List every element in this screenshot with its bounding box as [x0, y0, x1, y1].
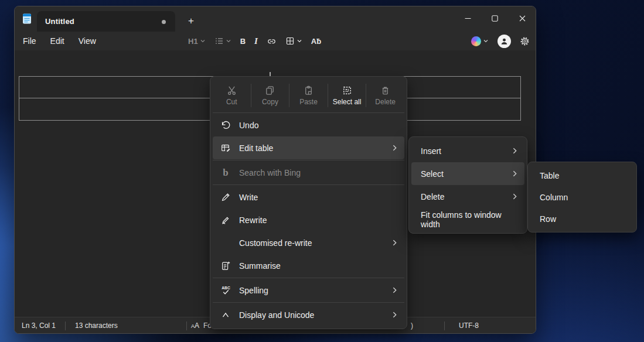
fountain-pen-icon	[220, 214, 231, 226]
context-menu-action-row: Cut Copy Paste	[213, 79, 404, 112]
submenu-chevron-icon	[391, 144, 398, 152]
chevron-down-icon	[483, 38, 489, 44]
chevron-down-icon	[226, 38, 231, 44]
submenu-item-column[interactable]: Column	[530, 186, 634, 208]
status-divider	[444, 322, 445, 330]
chevron-down-icon	[297, 38, 302, 44]
submenu-item-row[interactable]: Row	[530, 208, 634, 230]
paste-button[interactable]: Paste	[289, 85, 328, 106]
list-dropdown[interactable]	[214, 36, 231, 46]
table-dropdown[interactable]	[285, 36, 302, 46]
table-icon	[285, 36, 295, 46]
menu-edit[interactable]: Edit	[43, 33, 71, 49]
select-all-button[interactable]: Select all	[328, 85, 366, 106]
close-button[interactable]	[512, 10, 532, 26]
menu-view[interactable]: View	[71, 33, 103, 49]
submenu-chevron-icon	[391, 239, 398, 247]
undo-icon	[220, 119, 231, 131]
italic-button[interactable]: I	[254, 36, 258, 46]
link-button[interactable]	[267, 36, 277, 46]
submenu-item-select[interactable]: Select	[411, 162, 524, 185]
bold-button[interactable]: B	[240, 37, 246, 46]
text-size-icon[interactable]: AA	[191, 322, 199, 330]
gear-icon	[520, 36, 530, 46]
scissors-icon	[226, 85, 237, 96]
submenu-chevron-icon	[511, 170, 519, 177]
edit-table-icon	[220, 142, 231, 154]
submenu-chevron-icon	[511, 147, 519, 155]
new-tab-button[interactable]: +	[183, 14, 199, 28]
select-all-icon	[342, 85, 353, 96]
menu-item-undo[interactable]: Undo	[213, 114, 404, 136]
menu-separator	[213, 160, 404, 160]
context-menu: Cut Copy Paste	[210, 76, 407, 329]
cut-button[interactable]: Cut	[213, 85, 251, 106]
maximize-button[interactable]	[485, 10, 505, 26]
status-divider	[186, 322, 187, 330]
menu-item-rewrite[interactable]: Rewrite	[213, 208, 404, 231]
menu-file[interactable]: File	[16, 33, 43, 49]
menu-item-write[interactable]: Write	[213, 186, 404, 208]
submenu-chevron-icon	[511, 193, 519, 200]
account-button[interactable]	[498, 35, 511, 48]
spelling-icon: ABC	[220, 285, 231, 296]
character-count: 13 characters	[75, 322, 118, 330]
copy-button[interactable]: Copy	[251, 85, 289, 106]
delete-button[interactable]: Delete	[366, 85, 404, 106]
menu-bar: File Edit View H1	[15, 32, 536, 50]
notepad-app-icon	[21, 12, 33, 25]
link-icon	[267, 36, 277, 46]
settings-button[interactable]	[520, 36, 530, 46]
status-divider	[65, 322, 66, 330]
unsaved-indicator-dot: •	[162, 20, 166, 24]
document-sparkle-icon	[220, 260, 231, 272]
caret-up-icon	[220, 309, 231, 321]
paste-icon	[303, 85, 314, 96]
person-icon	[500, 37, 509, 46]
menu-item-edit-table[interactable]: Edit table	[213, 136, 404, 159]
format-toolbar: H1	[188, 32, 321, 50]
menu-item-search-with-bing[interactable]: b Search with Bing	[213, 161, 404, 184]
menu-separator	[213, 302, 404, 303]
cursor-position: Ln 3, Col 1	[22, 322, 56, 330]
line-ending-partial: )	[411, 322, 413, 330]
tab-untitled[interactable]: Untitled •	[37, 11, 175, 32]
clear-formatting-button[interactable]: Aƀ	[311, 37, 321, 46]
submenu-item-delete[interactable]: Delete	[411, 185, 524, 208]
trash-icon	[380, 85, 391, 96]
title-bar: Untitled • +	[15, 6, 536, 32]
menu-item-spelling[interactable]: ABC Spelling	[213, 279, 404, 302]
copy-icon	[264, 85, 275, 96]
chevron-down-icon	[200, 38, 206, 44]
menu-item-display-and-unicode[interactable]: Display and Unicode	[213, 303, 404, 326]
submenu-chevron-icon	[391, 286, 398, 294]
encoding[interactable]: UTF-8	[459, 322, 479, 330]
heading-style-dropdown[interactable]: H1	[188, 37, 206, 46]
menu-separator	[213, 184, 404, 185]
list-icon	[214, 36, 224, 46]
submenu-item-table[interactable]: Table	[530, 165, 634, 186]
menu-separator	[213, 112, 404, 113]
menu-item-summarise[interactable]: Summarise	[213, 254, 404, 277]
copilot-icon	[471, 36, 481, 46]
minimize-button[interactable]	[458, 10, 478, 26]
tab-title: Untitled	[45, 17, 74, 26]
desktop-wallpaper: Untitled • + File Edit View H1	[0, 0, 644, 342]
menu-separator	[213, 278, 404, 278]
toolbar-right	[471, 32, 530, 50]
svg-text:ABC: ABC	[222, 286, 230, 290]
pencil-icon	[220, 191, 231, 203]
edit-table-submenu: Insert Select Delete Fit columns to wind…	[408, 136, 527, 234]
select-submenu: Table Column Row	[527, 162, 637, 232]
copilot-dropdown[interactable]	[471, 36, 489, 46]
submenu-item-insert[interactable]: Insert	[411, 139, 524, 162]
submenu-item-fit-columns[interactable]: Fit columns to window width	[411, 208, 524, 231]
submenu-chevron-icon	[391, 311, 398, 319]
bing-icon: b	[220, 167, 231, 179]
menu-item-customised-rewrite[interactable]: Customised re-write	[213, 231, 404, 254]
